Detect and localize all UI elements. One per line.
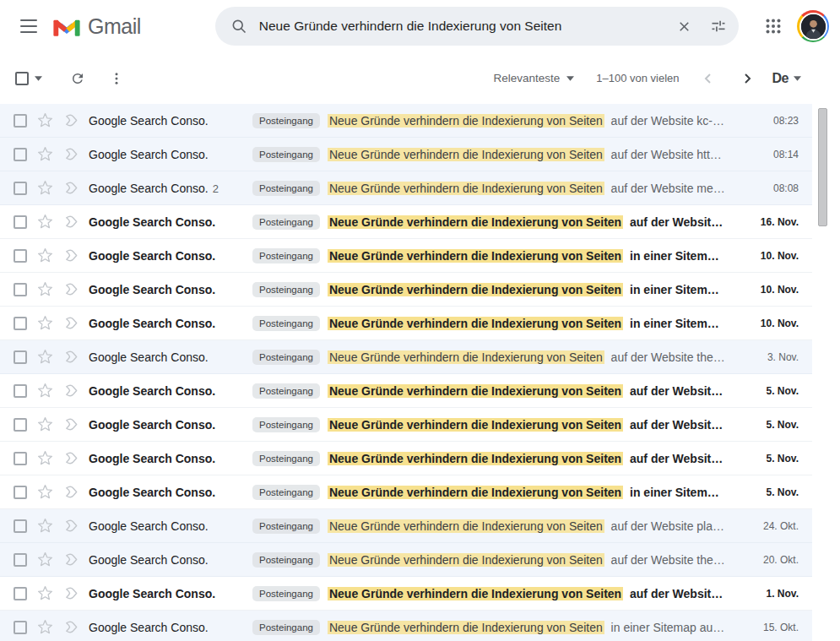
gmail-app: Gmail xyxy=(0,0,840,641)
search-button[interactable] xyxy=(222,9,256,43)
email-row[interactable]: Google Search Conso. Posteingang Neue Gr… xyxy=(0,138,812,171)
sender-name: Google Search Conso. xyxy=(89,553,252,567)
star-icon[interactable] xyxy=(36,146,53,163)
inbox-label-badge: Posteingang xyxy=(252,586,320,601)
inbox-label-badge: Posteingang xyxy=(252,316,320,331)
sort-dropdown[interactable]: Relevanteste xyxy=(493,72,574,84)
row-checkbox[interactable] xyxy=(14,350,27,364)
email-date: 10. Nov. xyxy=(738,318,812,329)
sender-name: Google Search Conso.2 xyxy=(89,182,252,195)
email-row[interactable]: Google Search Conso. Posteingang Neue Gr… xyxy=(0,475,812,509)
email-date: 24. Okt. xyxy=(738,520,812,532)
email-row[interactable]: Google Search Conso. Posteingang Neue Gr… xyxy=(0,577,812,611)
star-icon[interactable] xyxy=(36,585,53,602)
star-icon[interactable] xyxy=(36,484,53,501)
chevron-down-icon[interactable] xyxy=(35,76,42,81)
subject-snippet: Neue Gründe verhindern die Indexierung v… xyxy=(328,114,738,128)
search-highlight: Neue Gründe verhindern die Indexierung v… xyxy=(328,452,623,465)
newer-page-button[interactable] xyxy=(691,62,725,95)
email-row[interactable]: Google Search Conso. Posteingang Neue Gr… xyxy=(0,340,812,374)
importance-marker-icon[interactable] xyxy=(62,180,79,197)
account-avatar-button[interactable] xyxy=(793,6,833,46)
search-highlight: Neue Gründe verhindern die Indexierung v… xyxy=(328,215,623,229)
email-row[interactable]: Google Search Conso. Posteingang Neue Gr… xyxy=(0,509,812,543)
email-row[interactable]: Google Search Conso. Posteingang Neue Gr… xyxy=(0,611,812,641)
star-icon[interactable] xyxy=(36,518,53,535)
scrollbar-thumb[interactable] xyxy=(818,108,827,226)
email-row[interactable]: Google Search Conso. Posteingang Neue Gr… xyxy=(0,442,812,475)
importance-marker-icon[interactable] xyxy=(62,450,79,467)
select-all-checkbox[interactable] xyxy=(15,72,29,85)
star-icon[interactable] xyxy=(36,383,53,399)
star-icon[interactable] xyxy=(36,349,53,366)
google-apps-button[interactable] xyxy=(754,7,793,46)
importance-marker-icon[interactable] xyxy=(62,585,79,602)
star-icon[interactable] xyxy=(36,180,53,197)
email-row[interactable]: Google Search Conso.2 Posteingang Neue G… xyxy=(0,171,812,205)
sender-name: Google Search Conso. xyxy=(89,418,252,432)
email-row[interactable]: Google Search Conso. Posteingang Neue Gr… xyxy=(0,239,812,273)
importance-marker-icon[interactable] xyxy=(62,281,79,298)
row-checkbox[interactable] xyxy=(14,114,27,128)
input-language-dropdown[interactable]: De xyxy=(772,71,801,86)
importance-marker-icon[interactable] xyxy=(62,112,79,129)
star-icon[interactable] xyxy=(36,416,53,433)
importance-marker-icon[interactable] xyxy=(62,247,79,264)
clear-search-button[interactable] xyxy=(668,9,702,43)
importance-marker-icon[interactable] xyxy=(62,484,79,501)
search-bar[interactable] xyxy=(215,7,739,46)
row-checkbox[interactable] xyxy=(14,148,27,161)
row-checkbox[interactable] xyxy=(14,249,27,263)
row-checkbox[interactable] xyxy=(14,215,27,229)
star-icon[interactable] xyxy=(36,112,53,129)
row-checkbox[interactable] xyxy=(14,452,27,465)
sender-name: Google Search Conso. xyxy=(89,452,252,465)
search-options-button[interactable] xyxy=(702,9,735,43)
older-page-button[interactable] xyxy=(730,62,764,95)
select-all-control[interactable] xyxy=(14,68,44,89)
star-icon[interactable] xyxy=(36,315,53,332)
star-icon[interactable] xyxy=(36,551,53,568)
star-icon[interactable] xyxy=(36,619,53,636)
importance-marker-icon[interactable] xyxy=(62,416,79,433)
subject-snippet: Neue Gründe verhindern die Indexierung v… xyxy=(328,553,738,567)
email-row[interactable]: Google Search Conso. Posteingang Neue Gr… xyxy=(0,273,812,307)
main-menu-button[interactable] xyxy=(10,8,47,45)
importance-marker-icon[interactable] xyxy=(62,349,79,366)
refresh-icon xyxy=(70,71,85,86)
importance-marker-icon[interactable] xyxy=(62,551,79,568)
more-options-button[interactable] xyxy=(100,62,133,95)
importance-marker-icon[interactable] xyxy=(62,619,79,636)
row-checkbox[interactable] xyxy=(14,384,27,398)
star-icon[interactable] xyxy=(36,281,53,298)
importance-marker-icon[interactable] xyxy=(62,315,79,332)
importance-marker-icon[interactable] xyxy=(62,383,79,399)
email-row[interactable]: Google Search Conso. Posteingang Neue Gr… xyxy=(0,408,812,442)
row-checkbox[interactable] xyxy=(14,418,27,432)
star-icon[interactable] xyxy=(36,214,53,231)
email-row[interactable]: Google Search Conso. Posteingang Neue Gr… xyxy=(0,104,812,138)
row-checkbox[interactable] xyxy=(14,182,27,195)
refresh-button[interactable] xyxy=(61,62,95,95)
row-checkbox[interactable] xyxy=(14,519,27,533)
close-icon xyxy=(676,19,692,35)
row-checkbox[interactable] xyxy=(14,486,27,499)
email-row[interactable]: Google Search Conso. Posteingang Neue Gr… xyxy=(0,307,812,340)
importance-marker-icon[interactable] xyxy=(62,518,79,535)
email-list: Google Search Conso. Posteingang Neue Gr… xyxy=(0,104,812,641)
search-input[interactable] xyxy=(256,19,668,34)
importance-marker-icon[interactable] xyxy=(62,146,79,163)
email-row[interactable]: Google Search Conso. Posteingang Neue Gr… xyxy=(0,374,812,408)
email-row[interactable]: Google Search Conso. Posteingang Neue Gr… xyxy=(0,205,812,239)
gmail-logo[interactable]: Gmail xyxy=(52,14,141,39)
row-checkbox[interactable] xyxy=(14,587,27,600)
star-icon[interactable] xyxy=(36,247,53,264)
row-checkbox[interactable] xyxy=(14,283,27,296)
row-checkbox[interactable] xyxy=(14,553,27,567)
row-checkbox[interactable] xyxy=(14,317,27,330)
star-icon[interactable] xyxy=(36,450,53,467)
row-checkbox[interactable] xyxy=(14,621,27,634)
importance-marker-icon[interactable] xyxy=(62,214,79,231)
tune-filter-icon xyxy=(710,18,727,35)
email-row[interactable]: Google Search Conso. Posteingang Neue Gr… xyxy=(0,543,812,577)
